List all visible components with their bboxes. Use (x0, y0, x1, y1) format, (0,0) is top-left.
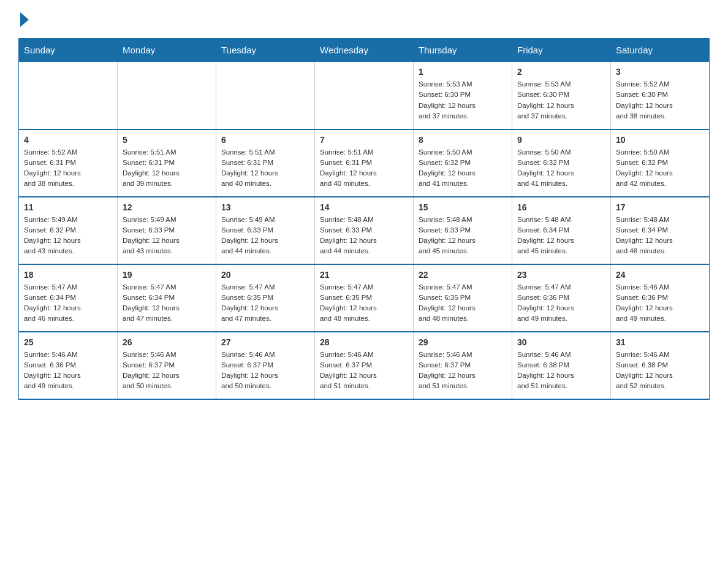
weekday-header-saturday: Saturday (611, 39, 710, 62)
day-number: 18 (24, 270, 112, 280)
day-number: 30 (517, 337, 605, 347)
day-number: 25 (24, 337, 112, 347)
calendar-cell: 29Sunrise: 5:46 AMSunset: 6:37 PMDayligh… (414, 332, 512, 399)
weekday-header-monday: Monday (118, 39, 216, 62)
day-number: 29 (419, 337, 507, 347)
day-number: 4 (24, 135, 112, 145)
day-number: 19 (123, 270, 211, 280)
day-info: Sunrise: 5:46 AMSunset: 6:38 PMDaylight:… (616, 350, 704, 392)
day-number: 6 (221, 135, 309, 145)
calendar-cell: 22Sunrise: 5:47 AMSunset: 6:35 PMDayligh… (414, 264, 512, 332)
day-info: Sunrise: 5:49 AMSunset: 6:33 PMDaylight:… (123, 215, 211, 257)
day-number: 28 (320, 337, 408, 347)
day-number: 9 (517, 135, 605, 145)
logo (18, 12, 29, 26)
calendar-cell: 28Sunrise: 5:46 AMSunset: 6:37 PMDayligh… (315, 332, 414, 399)
day-number: 26 (123, 337, 211, 347)
day-number: 3 (616, 67, 704, 77)
weekday-header-tuesday: Tuesday (216, 39, 315, 62)
day-info: Sunrise: 5:53 AMSunset: 6:30 PMDaylight:… (419, 79, 507, 121)
calendar-cell: 17Sunrise: 5:48 AMSunset: 6:34 PMDayligh… (611, 197, 710, 264)
weekday-header-row: SundayMondayTuesdayWednesdayThursdayFrid… (19, 39, 710, 62)
day-info: Sunrise: 5:46 AMSunset: 6:37 PMDaylight:… (320, 350, 408, 392)
day-info: Sunrise: 5:47 AMSunset: 6:35 PMDaylight:… (320, 282, 408, 324)
day-info: Sunrise: 5:47 AMSunset: 6:34 PMDaylight:… (24, 282, 112, 324)
calendar-cell: 6Sunrise: 5:51 AMSunset: 6:31 PMDaylight… (216, 129, 315, 197)
calendar-cell: 13Sunrise: 5:49 AMSunset: 6:33 PMDayligh… (216, 197, 315, 264)
calendar-cell (216, 62, 315, 129)
day-info: Sunrise: 5:47 AMSunset: 6:35 PMDaylight:… (221, 282, 309, 324)
calendar-cell (118, 62, 216, 129)
day-number: 17 (616, 202, 704, 212)
day-number: 1 (419, 67, 507, 77)
calendar-cell: 23Sunrise: 5:47 AMSunset: 6:36 PMDayligh… (512, 264, 611, 332)
day-info: Sunrise: 5:46 AMSunset: 6:36 PMDaylight:… (616, 282, 704, 324)
day-number: 7 (320, 135, 408, 145)
page-header (18, 12, 710, 26)
weekday-header-sunday: Sunday (19, 39, 118, 62)
day-info: Sunrise: 5:51 AMSunset: 6:31 PMDaylight:… (123, 147, 211, 190)
day-info: Sunrise: 5:50 AMSunset: 6:32 PMDaylight:… (517, 147, 605, 190)
day-info: Sunrise: 5:49 AMSunset: 6:33 PMDaylight:… (221, 215, 309, 257)
calendar-cell: 12Sunrise: 5:49 AMSunset: 6:33 PMDayligh… (118, 197, 216, 264)
calendar-cell: 5Sunrise: 5:51 AMSunset: 6:31 PMDaylight… (118, 129, 216, 197)
calendar-cell (315, 62, 414, 129)
day-number: 2 (517, 67, 605, 77)
day-info: Sunrise: 5:47 AMSunset: 6:34 PMDaylight:… (123, 282, 211, 324)
day-number: 11 (24, 202, 112, 212)
calendar-week-5: 25Sunrise: 5:46 AMSunset: 6:36 PMDayligh… (19, 332, 710, 399)
weekday-header-friday: Friday (512, 39, 611, 62)
calendar-cell: 16Sunrise: 5:48 AMSunset: 6:34 PMDayligh… (512, 197, 611, 264)
calendar-cell: 21Sunrise: 5:47 AMSunset: 6:35 PMDayligh… (315, 264, 414, 332)
calendar-cell: 8Sunrise: 5:50 AMSunset: 6:32 PMDaylight… (414, 129, 512, 197)
day-info: Sunrise: 5:46 AMSunset: 6:36 PMDaylight:… (24, 350, 112, 392)
calendar-week-2: 4Sunrise: 5:52 AMSunset: 6:31 PMDaylight… (19, 129, 710, 197)
calendar-cell: 27Sunrise: 5:46 AMSunset: 6:37 PMDayligh… (216, 332, 315, 399)
day-info: Sunrise: 5:50 AMSunset: 6:32 PMDaylight:… (616, 147, 704, 190)
day-info: Sunrise: 5:48 AMSunset: 6:34 PMDaylight:… (517, 215, 605, 257)
day-info: Sunrise: 5:51 AMSunset: 6:31 PMDaylight:… (320, 147, 408, 190)
day-info: Sunrise: 5:46 AMSunset: 6:38 PMDaylight:… (517, 350, 605, 392)
calendar-cell: 4Sunrise: 5:52 AMSunset: 6:31 PMDaylight… (19, 129, 118, 197)
day-number: 13 (221, 202, 309, 212)
day-info: Sunrise: 5:46 AMSunset: 6:37 PMDaylight:… (123, 350, 211, 392)
day-number: 8 (419, 135, 507, 145)
logo-triangle-icon (20, 12, 29, 27)
day-info: Sunrise: 5:50 AMSunset: 6:32 PMDaylight:… (419, 147, 507, 190)
day-number: 27 (221, 337, 309, 347)
calendar-cell: 1Sunrise: 5:53 AMSunset: 6:30 PMDaylight… (414, 62, 512, 129)
calendar-cell: 31Sunrise: 5:46 AMSunset: 6:38 PMDayligh… (611, 332, 710, 399)
calendar-cell: 2Sunrise: 5:53 AMSunset: 6:30 PMDaylight… (512, 62, 611, 129)
day-info: Sunrise: 5:52 AMSunset: 6:30 PMDaylight:… (616, 79, 704, 121)
calendar-cell: 18Sunrise: 5:47 AMSunset: 6:34 PMDayligh… (19, 264, 118, 332)
calendar-cell: 15Sunrise: 5:48 AMSunset: 6:33 PMDayligh… (414, 197, 512, 264)
day-info: Sunrise: 5:52 AMSunset: 6:31 PMDaylight:… (24, 147, 112, 190)
calendar-cell (19, 62, 118, 129)
day-number: 16 (517, 202, 605, 212)
day-number: 31 (616, 337, 704, 347)
day-number: 10 (616, 135, 704, 145)
day-number: 20 (221, 270, 309, 280)
calendar-cell: 3Sunrise: 5:52 AMSunset: 6:30 PMDaylight… (611, 62, 710, 129)
day-number: 22 (419, 270, 507, 280)
day-number: 21 (320, 270, 408, 280)
weekday-header-thursday: Thursday (414, 39, 512, 62)
calendar-cell: 9Sunrise: 5:50 AMSunset: 6:32 PMDaylight… (512, 129, 611, 197)
calendar-week-1: 1Sunrise: 5:53 AMSunset: 6:30 PMDaylight… (19, 62, 710, 129)
day-number: 5 (123, 135, 211, 145)
calendar-cell: 19Sunrise: 5:47 AMSunset: 6:34 PMDayligh… (118, 264, 216, 332)
day-info: Sunrise: 5:47 AMSunset: 6:35 PMDaylight:… (419, 282, 507, 324)
day-number: 24 (616, 270, 704, 280)
day-number: 23 (517, 270, 605, 280)
day-info: Sunrise: 5:48 AMSunset: 6:33 PMDaylight:… (320, 215, 408, 257)
calendar-table: SundayMondayTuesdayWednesdayThursdayFrid… (18, 38, 710, 400)
day-number: 12 (123, 202, 211, 212)
day-info: Sunrise: 5:47 AMSunset: 6:36 PMDaylight:… (517, 282, 605, 324)
calendar-cell: 20Sunrise: 5:47 AMSunset: 6:35 PMDayligh… (216, 264, 315, 332)
calendar-cell: 14Sunrise: 5:48 AMSunset: 6:33 PMDayligh… (315, 197, 414, 264)
calendar-cell: 25Sunrise: 5:46 AMSunset: 6:36 PMDayligh… (19, 332, 118, 399)
calendar-cell: 26Sunrise: 5:46 AMSunset: 6:37 PMDayligh… (118, 332, 216, 399)
day-info: Sunrise: 5:48 AMSunset: 6:34 PMDaylight:… (616, 215, 704, 257)
calendar-cell: 10Sunrise: 5:50 AMSunset: 6:32 PMDayligh… (611, 129, 710, 197)
day-info: Sunrise: 5:49 AMSunset: 6:32 PMDaylight:… (24, 215, 112, 257)
